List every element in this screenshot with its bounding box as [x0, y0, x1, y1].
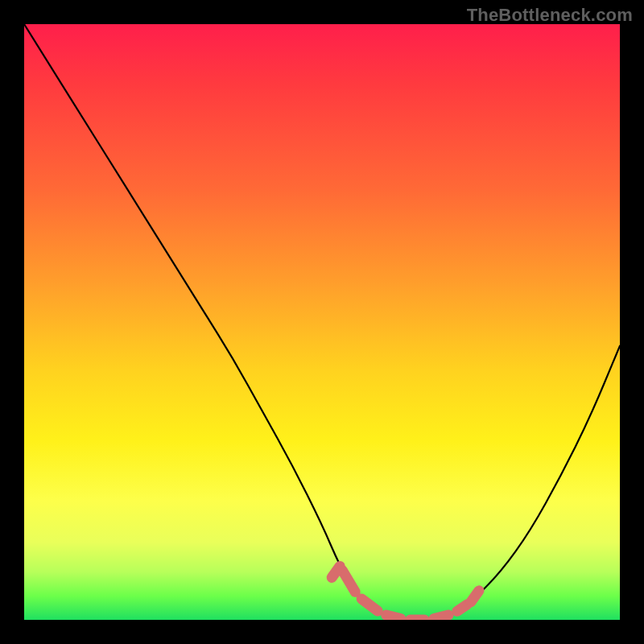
sweet-spot-end-tick [471, 591, 479, 602]
sweet-spot-segment [457, 605, 467, 611]
bottleneck-curve-svg [24, 24, 620, 620]
sweet-spot-segment [342, 571, 355, 592]
sweet-spot-segment [386, 615, 401, 618]
plot-area [24, 24, 620, 620]
sweet-spot-segment [434, 615, 448, 618]
sweet-spot-end-tick [332, 566, 340, 577]
bottleneck-curve [24, 24, 620, 620]
watermark-text: TheBottleneck.com [467, 5, 633, 26]
sweet-spot-segment [361, 599, 378, 611]
sweet-spot-markers [332, 566, 479, 620]
chart-frame: TheBottleneck.com [0, 0, 644, 644]
